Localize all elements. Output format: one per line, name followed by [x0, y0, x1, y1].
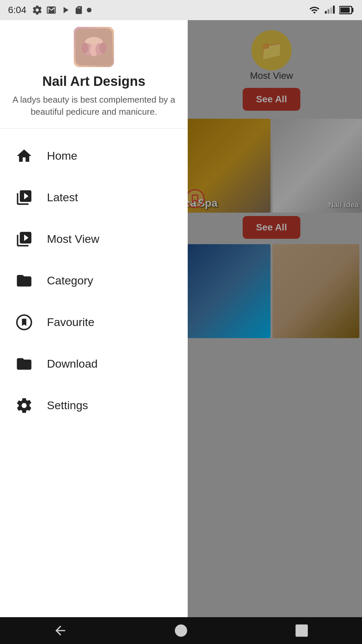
svg-point-15	[176, 625, 187, 636]
nav-item-favourite[interactable]: Favourite	[0, 302, 188, 343]
notification-dot	[87, 8, 92, 12]
svg-rect-0	[325, 11, 326, 14]
category-icon	[13, 270, 35, 291]
app-logo-image	[75, 29, 112, 65]
nav-label-category: Category	[47, 274, 93, 287]
app-description: A ladys beauty is best complemented by a…	[10, 94, 178, 118]
sd-card-icon	[74, 5, 83, 15]
svg-rect-2	[330, 7, 332, 14]
svg-rect-1	[327, 9, 329, 13]
nav-item-download[interactable]: Download	[0, 343, 188, 385]
svg-point-12	[81, 43, 88, 53]
nav-label-settings: Settings	[47, 399, 88, 412]
app-title: Nail Art Designs	[42, 74, 145, 89]
most-view-icon	[13, 228, 35, 250]
nav-label-most-view: Most View	[47, 232, 99, 246]
settings-icon	[13, 395, 35, 416]
gear-icon	[32, 5, 43, 15]
latest-icon	[13, 187, 35, 208]
navigation-drawer: Nail Art Designs A ladys beauty is best …	[0, 0, 188, 644]
svg-rect-16	[296, 625, 307, 636]
signal-icon	[324, 5, 335, 15]
status-bar-left: 6:04	[8, 5, 92, 15]
nav-list: Home Latest Most View Category	[0, 128, 188, 644]
svg-rect-6	[340, 7, 350, 13]
back-button[interactable]	[47, 621, 74, 641]
nav-label-download: Download	[47, 357, 98, 370]
app-logo	[74, 27, 114, 67]
nav-label-latest: Latest	[47, 191, 78, 204]
nav-item-latest[interactable]: Latest	[0, 177, 188, 218]
nav-item-most-view[interactable]: Most View	[0, 218, 188, 260]
svg-rect-5	[352, 8, 354, 12]
nav-item-category[interactable]: Category	[0, 260, 188, 302]
battery-icon	[339, 5, 354, 15]
home-icon	[13, 145, 35, 167]
home-button[interactable]	[168, 621, 194, 641]
status-bar-right	[308, 5, 354, 15]
bottom-navigation	[0, 617, 362, 644]
drawer-overlay[interactable]	[181, 20, 362, 617]
status-time: 6:04	[8, 5, 26, 15]
svg-point-13	[100, 43, 106, 53]
nav-item-settings[interactable]: Settings	[0, 385, 188, 426]
play-store-icon	[60, 5, 71, 15]
status-bar: 6:04	[0, 0, 362, 20]
favourite-icon	[13, 312, 35, 333]
nav-item-home[interactable]: Home	[0, 135, 188, 177]
wifi-icon	[308, 5, 320, 15]
status-icons-left	[32, 5, 92, 15]
gmail-icon	[46, 5, 57, 15]
recents-button[interactable]	[288, 621, 315, 641]
download-icon	[13, 353, 35, 375]
nav-label-favourite: Favourite	[47, 316, 95, 329]
nav-label-home: Home	[47, 149, 77, 162]
svg-rect-3	[333, 6, 335, 14]
